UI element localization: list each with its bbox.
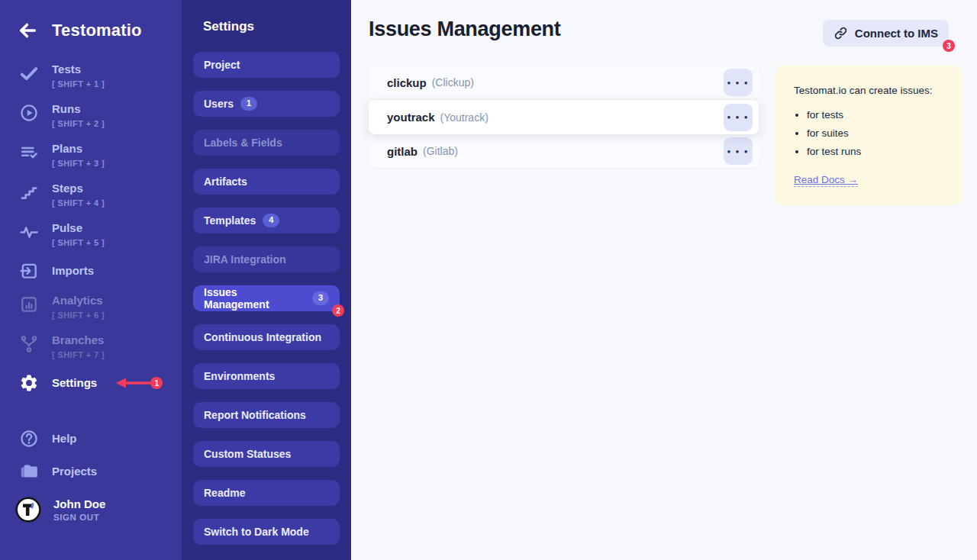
shortcut-hint: [ SHIFT + 1 ]: [52, 79, 105, 89]
settings-nav-item-continuous-integration[interactable]: Continuous Integration: [193, 324, 340, 350]
info-panel-title: Testomat.io can create issues:: [794, 85, 943, 96]
integration-type: (Clickup): [432, 76, 474, 89]
sidebar-item-label: Runs: [52, 102, 105, 117]
settings-nav-item-dark-mode-toggle[interactable]: Switch to Dark Mode: [193, 519, 340, 545]
stairs-icon: [19, 182, 39, 202]
primary-sidebar: Testomatio Tests[ SHIFT + 1 ] Runs[ SHIF…: [0, 0, 182, 560]
settings-nav-item-custom-statuses[interactable]: Custom Statuses: [193, 441, 340, 467]
settings-nav-panel: Settings Project Users1 Labels & Fields …: [182, 0, 351, 560]
sidebar-item-steps[interactable]: Steps[ SHIFT + 4 ]: [0, 182, 182, 208]
settings-nav-label: Artifacts: [204, 175, 247, 188]
settings-nav-item-report-notifications[interactable]: Report Notifications: [193, 402, 340, 428]
settings-nav-item-jira-integration[interactable]: JIRA Integration: [193, 246, 340, 272]
app-title: Testomatio: [52, 21, 142, 40]
step-badge: 3: [943, 40, 955, 52]
sidebar-item-label: Help: [52, 432, 77, 446]
sidebar-item-projects[interactable]: Projects: [0, 462, 182, 481]
info-bullet-list: for tests for suites for test runs: [807, 109, 943, 157]
integration-row-gitlab[interactable]: gitlab (Gitlab) ● ● ●: [369, 134, 759, 169]
shortcut-hint: [ SHIFT + 5 ]: [52, 238, 105, 247]
brand-header: Testomatio: [0, 0, 182, 41]
sidebar-item-settings[interactable]: Settings 1: [0, 373, 182, 393]
shortcut-hint: [ SHIFT + 6 ]: [52, 311, 105, 320]
connect-to-ims-button[interactable]: Connect to IMS 3: [823, 20, 949, 47]
integration-type: (Gitlab): [423, 145, 458, 157]
settings-nav-item-labels-fields[interactable]: Labels & Fields: [193, 130, 340, 156]
app-window: Testomatio Tests[ SHIFT + 1 ] Runs[ SHIF…: [0, 0, 977, 560]
integration-type: (Youtrack): [440, 111, 488, 124]
pulse-icon: [19, 222, 39, 242]
import-icon: [19, 261, 39, 281]
step-badge: 2: [332, 304, 344, 317]
integration-row-youtrack[interactable]: youtrack (Youtrack) ● ● ●: [369, 100, 759, 134]
settings-nav-item-readme[interactable]: Readme: [193, 480, 340, 506]
sidebar-item-branches[interactable]: Branches[ SHIFT + 7 ]: [0, 333, 182, 360]
settings-nav-label: Users: [204, 98, 234, 110]
integration-name: gitlab: [387, 145, 418, 158]
check-icon: [19, 63, 39, 83]
settings-nav-label: Report Notifications: [204, 409, 306, 421]
settings-nav-item-issues-management[interactable]: Issues Management 3 2: [193, 285, 340, 311]
step-badge: 1: [150, 377, 163, 389]
sidebar-item-pulse[interactable]: Pulse[ SHIFT + 5 ]: [0, 221, 182, 248]
user-name: John Doe: [53, 497, 105, 510]
settings-nav-item-templates[interactable]: Templates4: [193, 208, 340, 233]
settings-nav-item-environments[interactable]: Environments: [193, 363, 340, 389]
user-profile: John Doe SIGN OUT: [0, 497, 182, 523]
sidebar-item-runs[interactable]: Runs[ SHIFT + 2 ]: [0, 102, 182, 129]
settings-nav-title: Settings: [182, 0, 351, 34]
settings-nav-label: Switch to Dark Mode: [204, 526, 309, 538]
sidebar-item-help[interactable]: Help: [0, 429, 182, 449]
settings-nav-item-artifacts[interactable]: Artifacts: [193, 169, 340, 195]
integrations-list: clickup (Clickup) ● ● ● youtrack (Youtra…: [369, 66, 759, 205]
count-badge: 1: [240, 97, 257, 110]
shortcut-hint: [ SHIFT + 2 ]: [52, 119, 105, 128]
shortcut-hint: [ SHIFT + 4 ]: [52, 198, 105, 208]
row-actions-button[interactable]: ● ● ●: [724, 69, 753, 96]
settings-nav-item-users[interactable]: Users1: [193, 91, 340, 117]
row-actions-button[interactable]: ● ● ●: [724, 137, 753, 165]
shortcut-hint: [ SHIFT + 3 ]: [52, 159, 105, 168]
settings-nav-label: Issues Management: [204, 286, 305, 311]
link-icon: [834, 26, 848, 40]
connect-button-label: Connect to IMS: [855, 27, 938, 40]
settings-nav-label: Continuous Integration: [204, 331, 321, 343]
bar-chart-icon: [19, 294, 39, 314]
sidebar-item-imports[interactable]: Imports: [0, 261, 182, 281]
sidebar-item-plans[interactable]: Plans[ SHIFT + 3 ]: [0, 142, 182, 169]
settings-nav-label: Readme: [204, 487, 245, 499]
help-circle-icon: [19, 429, 39, 449]
settings-nav-label: Environments: [204, 370, 275, 382]
settings-nav-label: JIRA Integration: [204, 253, 286, 266]
settings-nav-label: Project: [204, 59, 240, 71]
row-actions-button[interactable]: ● ● ●: [724, 104, 753, 131]
settings-nav-item-project[interactable]: Project: [193, 52, 340, 78]
integration-name: youtrack: [387, 111, 435, 124]
sidebar-item-label: Imports: [52, 264, 94, 278]
sidebar-item-label: Pulse: [52, 221, 105, 236]
info-panel: Testomat.io can create issues: for tests…: [775, 66, 962, 205]
sidebar-item-tests[interactable]: Tests[ SHIFT + 1 ]: [0, 63, 182, 89]
list-check-icon: [19, 143, 39, 163]
info-bullet: for tests: [807, 109, 943, 121]
sidebar-item-label: Steps: [52, 182, 105, 196]
sidebar-item-label: Settings: [52, 376, 97, 391]
sidebar-item-label: Branches: [52, 333, 105, 348]
gear-icon: [19, 373, 39, 393]
read-docs-link[interactable]: Read Docs →: [794, 174, 858, 187]
folder-icon: [19, 462, 39, 481]
integration-name: clickup: [387, 76, 427, 89]
sign-out-link[interactable]: SIGN OUT: [53, 513, 105, 522]
avatar: [15, 497, 41, 523]
integration-row-clickup[interactable]: clickup (Clickup) ● ● ●: [369, 66, 759, 100]
info-bullet: for suites: [807, 127, 943, 139]
settings-nav-label: Custom Statuses: [204, 448, 291, 460]
settings-nav-label: Templates: [204, 214, 256, 227]
sidebar-item-label: Plans: [52, 142, 105, 156]
count-badge: 4: [263, 214, 279, 227]
sidebar-item-label: Projects: [52, 465, 97, 479]
shortcut-hint: [ SHIFT + 7 ]: [52, 350, 105, 359]
count-badge: 3: [312, 291, 329, 304]
sidebar-item-analytics[interactable]: Analytics[ SHIFT + 6 ]: [0, 294, 182, 320]
back-arrow-icon[interactable]: [17, 20, 38, 41]
